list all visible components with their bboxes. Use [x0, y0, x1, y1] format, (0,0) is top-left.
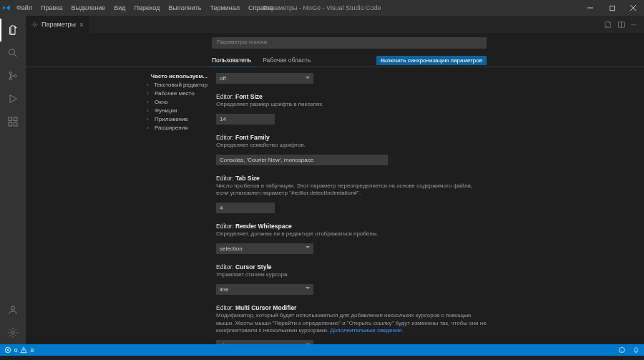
status-bar: 0 0 [0, 344, 644, 356]
activity-scm-icon[interactable] [0, 64, 26, 87]
chevron-right-icon: › [147, 99, 152, 105]
menu-terminal[interactable]: Терминал [207, 3, 243, 13]
status-problems[interactable]: 0 0 [4, 346, 34, 354]
tab-settings[interactable]: Параметры × [26, 16, 89, 33]
svg-rect-0 [610, 6, 614, 10]
setting-font-size: Editor: Font Size Определяет размер шриф… [216, 93, 487, 125]
open-settings-json-icon[interactable] [604, 21, 612, 29]
activity-search-icon[interactable] [0, 42, 26, 64]
vscode-logo-icon [0, 4, 13, 11]
scope-user[interactable]: Пользователь [212, 54, 255, 67]
chevron-right-icon: › [147, 82, 152, 88]
setting-font-family: Editor: Font Family Определяет семейство… [216, 134, 487, 165]
multi-cursor-select[interactable]: alt [216, 340, 313, 344]
multi-cursor-learn-more-link[interactable]: Дополнительные сведения. [330, 327, 404, 334]
svg-rect-6 [9, 122, 12, 126]
menu-view[interactable]: Вид [110, 3, 129, 13]
toc-features[interactable]: ›Функции [147, 106, 208, 115]
toc-text-editor[interactable]: ›Текстовый редактор [147, 80, 208, 89]
activity-explorer-icon[interactable] [0, 19, 26, 42]
menu-go[interactable]: Переход [131, 3, 164, 13]
svg-point-3 [9, 77, 11, 79]
menu-edit[interactable]: Правка [37, 3, 66, 13]
setting-top-select[interactable]: off [216, 73, 313, 84]
status-bell-icon[interactable] [633, 346, 640, 354]
chevron-right-icon: › [147, 90, 152, 97]
tab-label: Параметры [42, 21, 76, 28]
svg-point-9 [11, 306, 14, 310]
setting-render-whitespace: Editor: Render Whitespace Определяет, до… [216, 223, 487, 254]
svg-point-2 [9, 72, 11, 74]
chevron-right-icon: › [147, 107, 152, 114]
activity-bar [0, 16, 26, 344]
activity-debug-icon[interactable] [0, 87, 26, 110]
svg-point-1 [9, 49, 15, 55]
chevron-right-icon: › [147, 116, 152, 122]
toc-workbench[interactable]: ›Рабочее место [147, 89, 208, 97]
gear-icon [31, 21, 38, 28]
svg-rect-7 [14, 122, 17, 126]
scope-workspace[interactable]: Рабочая область [263, 54, 315, 67]
toc-window[interactable]: ›Окно [147, 97, 208, 106]
cursor-style-select[interactable]: line [216, 284, 313, 295]
more-icon[interactable]: ··· [631, 21, 637, 29]
settings-search-input[interactable]: Параметры поиска [212, 37, 487, 49]
close-icon[interactable]: × [79, 21, 84, 29]
window-title: Параметры - MoGo - Visual Studio Code [263, 4, 381, 11]
svg-rect-12 [605, 21, 610, 26]
activity-account-icon[interactable] [0, 298, 26, 321]
svg-rect-8 [14, 117, 17, 121]
toc-extensions[interactable]: ›Расширения [147, 123, 208, 132]
tab-bar: Параметры × ··· [26, 16, 644, 33]
setting-tab-size: Editor: Tab Size Число пробелов в табуля… [216, 175, 487, 214]
toc-frequently-used[interactable]: Часто используем... [147, 72, 208, 80]
editor-area: Параметры × ··· Параметры поиска Пользов… [26, 16, 644, 344]
menu-file[interactable]: Файл [13, 3, 36, 13]
settings-toc: Часто используем... ›Текстовый редактор … [144, 67, 212, 344]
svg-rect-5 [9, 117, 12, 121]
font-size-input[interactable] [216, 114, 275, 125]
svg-point-10 [11, 331, 14, 334]
activity-extensions-icon[interactable] [0, 110, 26, 133]
svg-point-15 [619, 347, 625, 353]
status-feedback-icon[interactable] [618, 346, 625, 354]
render-whitespace-select[interactable]: selection [216, 243, 313, 254]
settings-list[interactable]: off Editor: Font Size Определяет размер … [212, 67, 644, 344]
titlebar: Файл Правка Выделение Вид Переход Выполн… [0, 0, 644, 16]
menubar: Файл Правка Выделение Вид Переход Выполн… [13, 3, 277, 13]
svg-point-4 [14, 74, 16, 77]
chevron-right-icon: › [147, 125, 152, 131]
tab-size-input[interactable] [216, 203, 275, 213]
maximize-button[interactable] [601, 0, 623, 16]
menu-selection[interactable]: Выделение [68, 3, 109, 13]
svg-point-11 [34, 24, 35, 25]
minimize-button[interactable] [580, 0, 601, 16]
font-family-input[interactable] [216, 155, 388, 165]
menu-run[interactable]: Выполнить [165, 3, 205, 13]
setting-multi-cursor-modifier: Editor: Multi Cursor Modifier Модификато… [216, 304, 487, 344]
setting-cursor-style: Editor: Cursor Style Управляет стилем ку… [216, 263, 487, 295]
close-button[interactable] [623, 0, 644, 16]
enable-sync-button[interactable]: Включить синхронизацию параметров [376, 56, 487, 65]
split-editor-icon[interactable] [618, 21, 625, 29]
toc-application[interactable]: ›Приложение [147, 115, 208, 123]
activity-settings-icon[interactable] [0, 321, 26, 344]
